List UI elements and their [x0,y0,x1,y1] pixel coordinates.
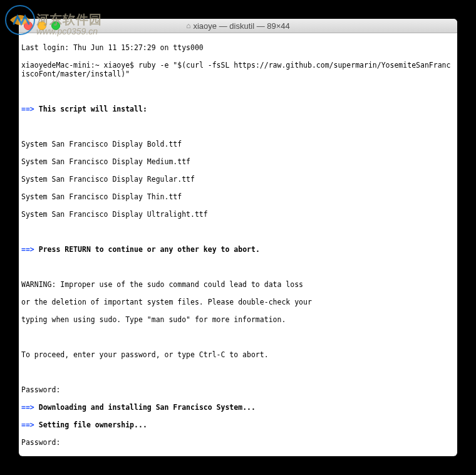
section-install: ==> This script will install: [21,105,455,113]
section-clear-cache: ==> Clearing OS X Font Cache... [21,456,455,456]
terminal-output[interactable]: Last login: Thu Jun 11 15:27:29 on ttys0… [19,33,457,456]
command-line: xiaoyedeMac-mini:~ xiaoye$ ruby -e "$(cu… [21,61,455,78]
watermark-site-name: 河东软件园 [36,11,102,28]
font-item: System San Francisco Display Medium.ttf [21,157,455,166]
section-download: ==> Downloading and installing San Franc… [21,403,455,412]
proceed-line: To proceed, enter your password, or type… [21,350,455,359]
warning-line: WARNING: Improper use of the sudo comman… [21,280,455,289]
window-title-text: xiaoye — diskutil — 89×44 [193,21,289,31]
font-item: System San Francisco Display Ultralight.… [21,210,455,219]
terminal-window: ⌂ xiaoye — diskutil — 89×44 Last login: … [19,19,457,456]
password-prompt: Password: [21,385,455,394]
font-item: System San Francisco Display Regular.ttf [21,175,455,184]
password-prompt: Password: [21,438,455,447]
warning-line: or the deletion of important system file… [21,298,455,306]
press-return-line: ==> Press RETURN to continue or any othe… [21,245,455,254]
last-login-line: Last login: Thu Jun 11 15:27:29 on ttys0… [21,43,455,52]
watermark-logo-icon [5,5,35,35]
section-ownership: ==> Setting file ownership... [21,420,455,429]
font-item: System San Francisco Display Bold.ttf [21,140,455,149]
font-item: System San Francisco Display Thin.ttf [21,192,455,201]
home-icon: ⌂ [186,21,190,30]
watermark-url: www.pc0359.cn [36,26,98,36]
warning-line: typing when using sudo. Type "man sudo" … [21,315,455,324]
